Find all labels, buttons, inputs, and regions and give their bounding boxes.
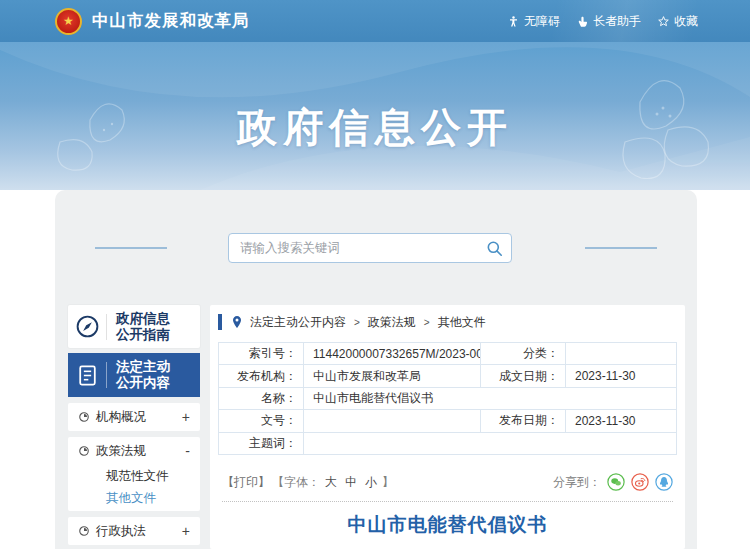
expand-icon[interactable]: + bbox=[182, 410, 190, 424]
favorite-link[interactable]: 收藏 bbox=[657, 13, 698, 30]
breadcrumb-accent-bar bbox=[218, 314, 222, 330]
breadcrumb-separator: > bbox=[424, 317, 430, 328]
breadcrumb-separator: > bbox=[354, 317, 360, 328]
top-links: 无障碍 长者助手 收藏 bbox=[507, 13, 698, 30]
main-panel: 法定主动公开内容 > 政策法规 > 其他文件 索引号： 114420000073… bbox=[210, 305, 685, 549]
meta-value-name: 中山市电能替代倡议书 bbox=[304, 388, 677, 410]
font-size-suffix: 】 bbox=[382, 474, 394, 491]
meta-value-keywords bbox=[304, 433, 677, 455]
search-box bbox=[228, 233, 512, 263]
sidebar-menu-law-enforcement[interactable]: 行政执法 + bbox=[68, 517, 200, 545]
page-title: 政府信息公开 bbox=[0, 100, 750, 155]
menu-label: 政策法规 bbox=[96, 443, 146, 460]
toolbar-left: 【打印】 【字体： 大 中 小 】 bbox=[222, 474, 394, 491]
breadcrumb-item-policies[interactable]: 政策法规 bbox=[368, 314, 416, 331]
elder-assistant-label: 长者助手 bbox=[593, 13, 641, 30]
national-emblem-logo: ★ bbox=[55, 8, 82, 35]
menu-label: 行政执法 bbox=[96, 523, 146, 540]
meta-label-name: 名称： bbox=[219, 388, 304, 410]
meta-label-keywords: 主题词： bbox=[219, 433, 304, 455]
page: ★ 中山市发展和改革局 无障碍 长者助手 收藏 bbox=[0, 0, 750, 549]
breadcrumb: 法定主动公开内容 > 政策法规 > 其他文件 bbox=[218, 305, 486, 339]
search-decor-line-left bbox=[95, 247, 167, 249]
accessibility-label: 无障碍 bbox=[524, 13, 560, 30]
breadcrumb-item-other-docs: 其他文件 bbox=[438, 314, 486, 331]
meta-value-index-no: 11442000007332657M/2023-00662 bbox=[304, 343, 481, 365]
elder-assistant-link[interactable]: 长者助手 bbox=[576, 13, 641, 30]
font-size-prefix: 【字体： bbox=[272, 474, 320, 491]
meta-label-category: 分类： bbox=[481, 343, 566, 365]
sidebar-item-organization: 机构概况 + bbox=[68, 403, 200, 431]
sidebar-item-statutory-disclosure[interactable]: 法定主动 公开内容 bbox=[68, 353, 200, 397]
sidebar-item-policies: 政策法规 - 规范性文件 其他文件 bbox=[68, 437, 200, 511]
menu-item-icon bbox=[78, 525, 90, 537]
meta-value-publisher: 中山市发展和改革局 bbox=[304, 365, 481, 387]
elder-assistant-icon bbox=[576, 15, 589, 28]
toolbar-share: 分享到： bbox=[553, 473, 673, 491]
menu-item-icon bbox=[78, 411, 90, 423]
article-toolbar: 【打印】 【字体： 大 中 小 】 分享到： bbox=[222, 471, 673, 493]
meta-value-written-date: 2023-11-30 bbox=[566, 365, 677, 387]
share-label: 分享到： bbox=[553, 474, 601, 491]
content-card: 政府信息 公开指南 法定主动 公开内容 机 bbox=[55, 190, 697, 549]
expand-icon[interactable]: + bbox=[182, 524, 190, 538]
sidebar-menu-organization[interactable]: 机构概况 + bbox=[68, 403, 200, 431]
sidebar: 政府信息 公开指南 法定主动 公开内容 机 bbox=[68, 305, 200, 549]
star-icon bbox=[657, 15, 670, 28]
qq-share-icon[interactable] bbox=[655, 473, 673, 491]
sidebar-subitem-normative-docs[interactable]: 规范性文件 bbox=[68, 465, 200, 487]
print-button[interactable]: 【打印】 bbox=[222, 474, 270, 491]
menu-item-icon bbox=[78, 445, 90, 457]
accessibility-link[interactable]: 无障碍 bbox=[507, 13, 560, 30]
search-decor-line-right bbox=[585, 247, 657, 249]
menu-label: 机构概况 bbox=[96, 409, 146, 426]
meta-value-category bbox=[566, 343, 677, 365]
compass-icon bbox=[68, 314, 106, 339]
sidebar-menu-policies[interactable]: 政策法规 - bbox=[68, 437, 200, 465]
collapse-icon[interactable]: - bbox=[185, 444, 190, 458]
font-size-medium-button[interactable]: 中 bbox=[345, 474, 357, 491]
meta-label-publisher: 发布机构： bbox=[219, 365, 304, 387]
sidebar-subitem-other-docs[interactable]: 其他文件 bbox=[68, 487, 200, 509]
location-pin-icon bbox=[231, 315, 243, 329]
meta-label-index-no: 索引号： bbox=[219, 343, 304, 365]
weibo-share-icon[interactable] bbox=[631, 473, 649, 491]
meta-label-written-date: 成文日期： bbox=[481, 365, 566, 387]
sidebar-statutory-label: 法定主动 公开内容 bbox=[107, 359, 170, 391]
sidebar-item-guide[interactable]: 政府信息 公开指南 bbox=[68, 305, 200, 348]
site-name[interactable]: 中山市发展和改革局 bbox=[92, 10, 250, 32]
article-title: 中山市电能替代倡议书 bbox=[210, 512, 685, 538]
meta-label-publish-date: 发布日期： bbox=[481, 410, 566, 432]
favorite-label: 收藏 bbox=[674, 13, 698, 30]
accessibility-icon bbox=[507, 15, 520, 28]
brand: ★ 中山市发展和改革局 bbox=[55, 8, 250, 35]
sidebar-item-law-enforcement: 行政执法 + bbox=[68, 517, 200, 545]
dotted-divider bbox=[222, 501, 673, 502]
font-size-small-button[interactable]: 小 bbox=[365, 474, 377, 491]
meta-value-doc-no bbox=[304, 410, 481, 432]
meta-label-doc-no: 文号： bbox=[219, 410, 304, 432]
sidebar-guide-label: 政府信息 公开指南 bbox=[107, 311, 170, 343]
wechat-share-icon[interactable] bbox=[607, 473, 625, 491]
banner: 政府信息公开 bbox=[0, 42, 750, 190]
font-size-large-button[interactable]: 大 bbox=[325, 474, 337, 491]
breadcrumb-item-statutory[interactable]: 法定主动公开内容 bbox=[250, 314, 346, 331]
top-header-bar: ★ 中山市发展和改革局 无障碍 长者助手 收藏 bbox=[0, 0, 750, 42]
search-icon[interactable] bbox=[485, 239, 504, 258]
document-icon bbox=[68, 363, 106, 388]
document-metadata-table: 索引号： 11442000007332657M/2023-00662 分类： 发… bbox=[218, 342, 677, 455]
search-input[interactable] bbox=[229, 234, 481, 262]
meta-value-publish-date: 2023-11-30 bbox=[566, 410, 677, 432]
